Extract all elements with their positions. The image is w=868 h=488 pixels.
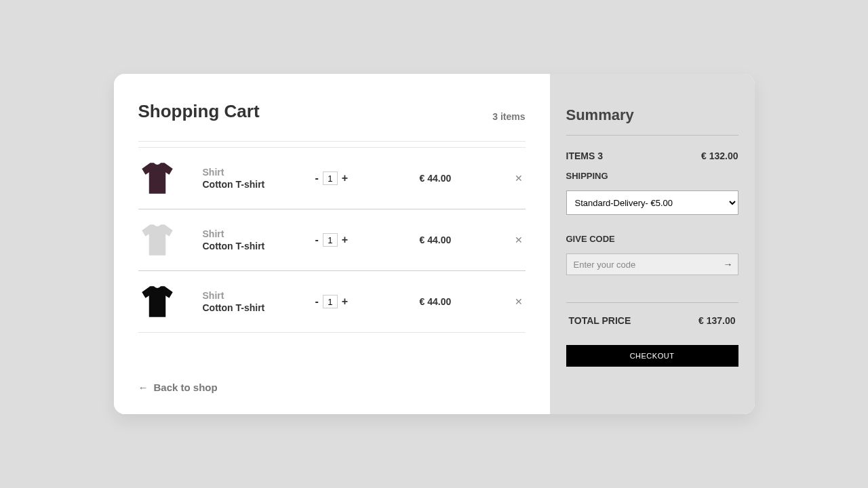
summary-items-row: ITEMS 3 € 132.00 (566, 150, 738, 161)
item-description: ShirtCotton T-shirt (203, 167, 311, 190)
qty-decrease-button[interactable]: - (311, 296, 323, 308)
cart-item-count: 3 items (492, 111, 525, 122)
remove-item-button[interactable]: ✕ (515, 173, 523, 184)
checkout-button[interactable]: CHECKOUT (566, 345, 738, 367)
cart-panel: Shopping Cart 3 items ShirtCotton T-shir… (114, 74, 550, 414)
qty-increase-button[interactable]: + (338, 296, 352, 308)
item-name: Cotton T-shirt (203, 241, 311, 251)
item-name: Cotton T-shirt (203, 302, 311, 313)
qty-decrease-button[interactable]: - (311, 234, 323, 246)
cart-title: Shopping Cart (138, 101, 260, 122)
item-price: € 44.00 (420, 235, 515, 245)
arrow-right-icon[interactable]: → (724, 259, 733, 270)
remove-item-button[interactable]: ✕ (515, 296, 523, 307)
qty-input[interactable] (323, 171, 338, 185)
summary-items-total: € 132.00 (701, 150, 738, 161)
code-input[interactable] (566, 253, 738, 275)
tshirt-icon (138, 220, 176, 260)
item-quantity: -+ (311, 233, 420, 247)
cart-item: ShirtCotton T-shirt-+€ 44.00✕ (138, 147, 526, 209)
qty-input[interactable] (323, 295, 338, 308)
tshirt-icon (138, 282, 176, 321)
item-price: € 44.00 (420, 173, 515, 184)
summary-panel: Summary ITEMS 3 € 132.00 SHIPPING Standa… (550, 74, 755, 414)
item-quantity: -+ (311, 295, 420, 308)
item-image (138, 159, 203, 198)
item-category: Shirt (203, 228, 311, 239)
total-label: TOTAL PRICE (569, 315, 631, 326)
back-to-shop-label: Back to shop (154, 382, 218, 393)
qty-decrease-button[interactable]: - (311, 172, 323, 184)
item-price: € 44.00 (420, 296, 515, 307)
summary-items-label: ITEMS 3 (566, 150, 603, 161)
item-category: Shirt (203, 167, 311, 178)
arrow-left-icon: ← (138, 382, 149, 393)
shipping-label: SHIPPING (566, 171, 738, 181)
item-image (138, 220, 203, 260)
item-description: ShirtCotton T-shirt (203, 228, 311, 251)
qty-increase-button[interactable]: + (338, 172, 352, 184)
code-input-wrap: → (566, 253, 738, 275)
qty-increase-button[interactable]: + (338, 234, 352, 246)
cart-item: ShirtCotton T-shirt-+€ 44.00✕ (138, 270, 526, 333)
tshirt-icon (138, 159, 176, 198)
item-image (138, 282, 203, 321)
code-label: GIVE CODE (566, 234, 738, 244)
qty-input[interactable] (323, 233, 338, 247)
item-category: Shirt (203, 290, 311, 301)
total-value: € 137.00 (698, 315, 736, 326)
cart-card: Shopping Cart 3 items ShirtCotton T-shir… (114, 74, 755, 414)
cart-item: ShirtCotton T-shirt-+€ 44.00✕ (138, 209, 526, 271)
cart-title-row: Shopping Cart 3 items (138, 101, 526, 142)
item-description: ShirtCotton T-shirt (203, 290, 311, 313)
summary-total-row: TOTAL PRICE € 137.00 (566, 302, 738, 326)
shipping-select[interactable]: Standard-Delivery- €5.00 (566, 190, 738, 215)
back-to-shop-link[interactable]: ← Back to shop (138, 382, 218, 393)
summary-title: Summary (566, 106, 738, 136)
remove-item-button[interactable]: ✕ (515, 235, 523, 245)
item-name: Cotton T-shirt (203, 179, 311, 190)
item-quantity: -+ (311, 171, 420, 185)
